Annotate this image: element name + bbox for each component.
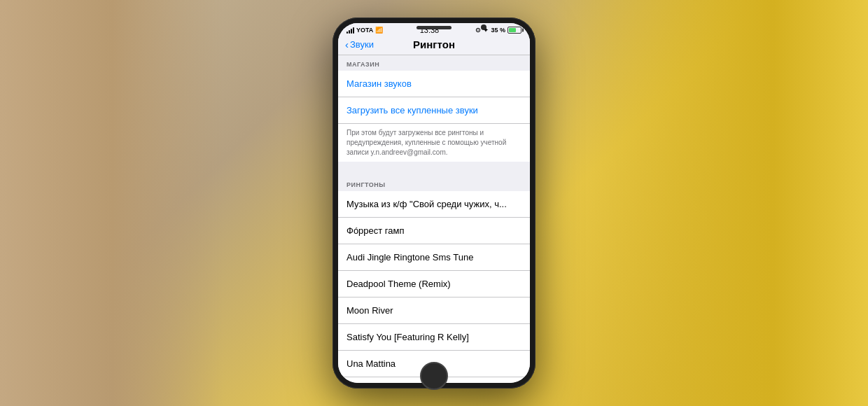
description-text: При этом будут загружены все рингтоны и …	[346, 128, 522, 158]
store-link-item[interactable]: Магазин звуков	[338, 71, 530, 97]
ringtone-label-3: Deadpool Theme (Remix)	[346, 279, 451, 289]
ringtones-list-group: Музыка из к/ф "Свой среди чужих, ч... Фó…	[338, 191, 530, 383]
home-button[interactable]	[420, 362, 448, 390]
download-label: Загрузить все купленные звуки	[346, 105, 478, 115]
speaker	[416, 26, 451, 29]
ringtone-item-5[interactable]: Satisfy You [Featuring R Kelly]	[338, 324, 530, 351]
ringtones-section-header: РИНГТОНЫ	[338, 176, 530, 191]
camera	[481, 24, 486, 30]
status-bar: YOTA 📶 13:38 ⊙ ✦ 35 %	[338, 23, 530, 36]
phone-frame: YOTA 📶 13:38 ⊙ ✦ 35 % ‹ Звуки	[332, 18, 536, 388]
signal-icon	[346, 27, 354, 34]
battery-icon	[507, 27, 522, 34]
ringtone-label-0: Музыка из к/ф "Свой среди чужих, ч...	[346, 199, 507, 209]
bg-gradient-right	[553, 0, 868, 406]
ringtone-item-4[interactable]: Moon River	[338, 298, 530, 324]
page-title: Рингтон	[413, 38, 455, 50]
store-section-header: МАГАЗИН	[338, 55, 530, 71]
phone-screen: YOTA 📶 13:38 ⊙ ✦ 35 % ‹ Звуки	[338, 23, 530, 383]
back-button[interactable]: ‹ Звуки	[345, 38, 374, 50]
ringtone-label-5: Satisfy You [Featuring R Kelly]	[346, 332, 469, 342]
battery-percent: 35 %	[491, 27, 505, 34]
carrier-label: YOTA	[356, 27, 373, 34]
battery-fill	[509, 28, 516, 32]
store-label: Магазин звуков	[346, 78, 412, 89]
ringtone-label-4: Moon River	[346, 305, 393, 316]
store-description: При этом будут загружены все рингтоны и …	[338, 124, 530, 162]
ringtone-item-3[interactable]: Deadpool Theme (Remix)	[338, 271, 530, 298]
phone-wrapper: YOTA 📶 13:38 ⊙ ✦ 35 % ‹ Звуки	[332, 18, 536, 388]
section-divider	[338, 162, 530, 176]
content-area[interactable]: МАГАЗИН Магазин звуков Загрузить все куп…	[338, 55, 530, 383]
ringtone-item-2[interactable]: Audi Jingle Ringtone Sms Tune	[338, 244, 530, 271]
ringtone-label-6: Una Mattina	[346, 358, 396, 369]
bg-gradient-left	[0, 0, 224, 406]
nav-bar: ‹ Звуки Рингтон	[338, 36, 530, 55]
store-list-group: Магазин звуков Загрузить все купленные з…	[338, 71, 530, 162]
chevron-left-icon: ‹	[345, 38, 349, 50]
ringtone-item-1[interactable]: Фóррест гамп	[338, 218, 530, 244]
wifi-icon: 📶	[375, 27, 383, 34]
download-purchases-item[interactable]: Загрузить все купленные звуки	[338, 97, 530, 124]
ringtone-item-0[interactable]: Музыка из к/ф "Свой среди чужих, ч...	[338, 191, 530, 218]
back-label: Звуки	[350, 39, 374, 50]
ringtone-label-1: Фóррест гамп	[346, 225, 405, 236]
ringtone-label-2: Audi Jingle Ringtone Sms Tune	[346, 252, 473, 262]
status-left: YOTA 📶	[346, 27, 383, 34]
